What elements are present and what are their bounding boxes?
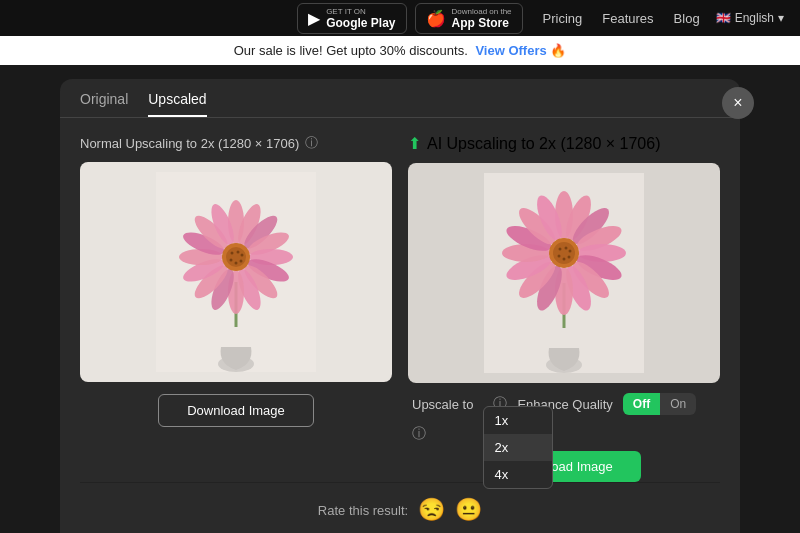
app-store-button[interactable]: 🍎 Download on the App Store bbox=[415, 3, 523, 34]
rate-section: Rate this result: 😒 😐 bbox=[60, 483, 740, 527]
tab-upscaled[interactable]: Upscaled bbox=[148, 91, 206, 117]
tab-original[interactable]: Original bbox=[80, 91, 128, 117]
language-button[interactable]: 🇬🇧 English ▾ bbox=[716, 11, 784, 25]
rate-bad-emoji[interactable]: 😒 bbox=[418, 497, 445, 523]
left-info-icon[interactable]: ⓘ bbox=[305, 134, 318, 152]
svg-point-21 bbox=[231, 252, 234, 255]
upscale-label: Upscale to bbox=[412, 397, 473, 412]
sale-banner: Our sale is live! Get upto 30% discounts… bbox=[0, 36, 800, 65]
svg-point-26 bbox=[230, 259, 233, 262]
left-panel: Normal Upscaling to 2x (1280 × 1706) ⓘ bbox=[80, 134, 392, 482]
app-store-text: Download on the App Store bbox=[452, 7, 512, 30]
toggle-off-button[interactable]: On bbox=[660, 393, 696, 415]
option-2x[interactable]: 2x bbox=[484, 434, 552, 461]
enhance-quality-toggle: Off On bbox=[623, 393, 696, 415]
svg-point-47 bbox=[553, 242, 575, 264]
blog-link[interactable]: Blog bbox=[674, 11, 700, 26]
svg-point-25 bbox=[235, 262, 238, 265]
svg-point-23 bbox=[241, 254, 244, 257]
svg-point-52 bbox=[563, 258, 566, 261]
flag-icon: 🇬🇧 bbox=[716, 11, 731, 25]
google-play-icon: ▶ bbox=[308, 9, 320, 28]
google-play-button[interactable]: ▶ GET IT ON Google Play bbox=[297, 3, 406, 34]
svg-point-53 bbox=[558, 255, 561, 258]
view-offers-link[interactable]: View Offers 🔥 bbox=[475, 43, 566, 58]
main-card: Original Upscaled Normal Upscaling to 2x… bbox=[60, 79, 740, 533]
right-panel: ⬆ AI Upscaling to 2x (1280 × 1706) bbox=[408, 134, 720, 482]
left-image-container bbox=[80, 162, 392, 382]
right-panel-title: AI Upscaling to 2x (1280 × 1706) bbox=[427, 135, 660, 153]
svg-point-49 bbox=[565, 247, 568, 250]
google-play-text: GET IT ON Google Play bbox=[326, 7, 395, 30]
ai-upscaled-image bbox=[408, 163, 720, 383]
normal-upscaled-image bbox=[80, 162, 392, 382]
right-image-container bbox=[408, 163, 720, 383]
rate-neutral-emoji[interactable]: 😐 bbox=[455, 497, 482, 523]
svg-point-22 bbox=[237, 251, 240, 254]
content-area: Normal Upscaling to 2x (1280 × 1706) ⓘ bbox=[60, 118, 740, 482]
upscale-dropdown-popup: 1x 2x 4x bbox=[483, 406, 553, 489]
left-panel-title: Normal Upscaling to 2x (1280 × 1706) ⓘ bbox=[80, 134, 392, 152]
enhance-info-button[interactable]: ⓘ bbox=[412, 425, 426, 443]
ai-upscale-icon: ⬆ bbox=[408, 134, 421, 153]
svg-point-50 bbox=[569, 250, 572, 253]
right-panel-title-row: ⬆ AI Upscaling to 2x (1280 × 1706) bbox=[408, 134, 720, 153]
svg-point-24 bbox=[240, 260, 243, 263]
close-icon: × bbox=[733, 94, 742, 112]
lang-label: English bbox=[735, 11, 774, 25]
option-1x[interactable]: 1x bbox=[484, 407, 552, 434]
features-link[interactable]: Features bbox=[602, 11, 653, 26]
chevron-down-icon: ▾ bbox=[778, 11, 784, 25]
apple-icon: 🍎 bbox=[426, 9, 446, 28]
close-button[interactable]: × bbox=[722, 87, 754, 119]
option-4x[interactable]: 4x bbox=[484, 461, 552, 488]
pricing-link[interactable]: Pricing bbox=[543, 11, 583, 26]
navbar: ▶ GET IT ON Google Play 🍎 Download on th… bbox=[0, 0, 800, 36]
rate-label: Rate this result: bbox=[318, 503, 408, 518]
toggle-on-button[interactable]: Off bbox=[623, 393, 660, 415]
svg-point-51 bbox=[568, 256, 571, 259]
svg-point-48 bbox=[559, 248, 562, 251]
left-download-button[interactable]: Download Image bbox=[158, 394, 314, 427]
sale-text: Our sale is live! Get upto 30% discounts… bbox=[234, 43, 468, 58]
tabs-container: Original Upscaled bbox=[60, 79, 740, 118]
